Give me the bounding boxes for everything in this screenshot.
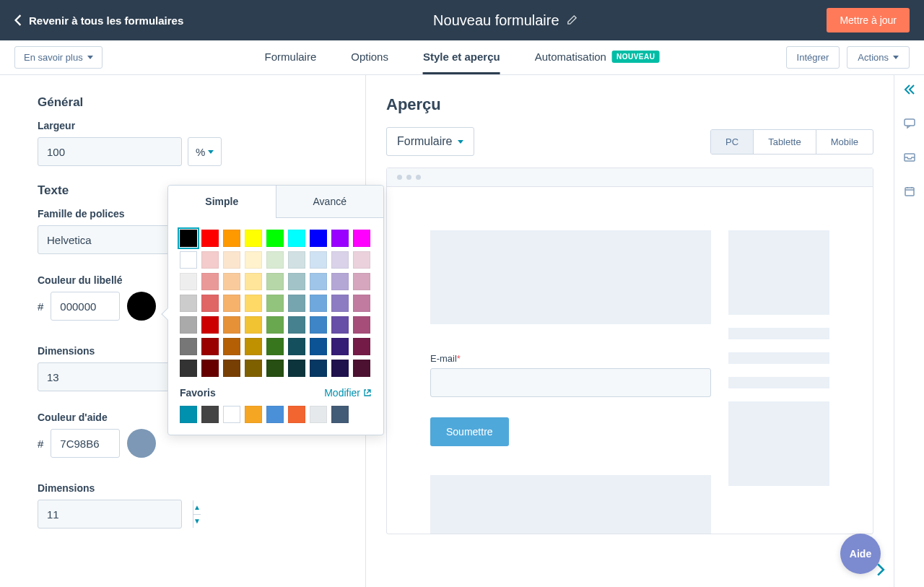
device-tablet[interactable]: Tablette <box>754 130 816 154</box>
color-swatch[interactable] <box>223 316 240 334</box>
chevron-right-icon[interactable] <box>876 563 885 578</box>
learn-more-button[interactable]: En savoir plus <box>14 46 103 69</box>
help-color-swatch[interactable] <box>127 429 156 458</box>
color-swatch[interactable] <box>310 230 327 247</box>
color-swatch[interactable] <box>201 316 219 334</box>
color-swatch[interactable] <box>353 338 370 355</box>
color-swatch[interactable] <box>331 360 349 377</box>
color-swatch[interactable] <box>201 295 219 312</box>
width-unit-select[interactable]: % <box>188 137 222 166</box>
color-swatch[interactable] <box>245 230 262 247</box>
favorite-swatch[interactable] <box>266 406 284 423</box>
device-pc[interactable]: PC <box>711 130 754 154</box>
color-swatch[interactable] <box>223 338 240 355</box>
color-swatch[interactable] <box>180 251 197 269</box>
modify-favorites-link[interactable]: Modifier <box>324 387 372 399</box>
submit-button[interactable]: Soumettre <box>430 417 509 446</box>
favorite-swatch[interactable] <box>180 406 197 423</box>
chat-icon[interactable] <box>904 118 915 131</box>
color-swatch[interactable] <box>288 295 305 312</box>
favorite-swatch[interactable] <box>245 406 262 423</box>
color-swatch[interactable] <box>223 251 240 269</box>
help-color-input[interactable] <box>51 429 120 458</box>
edit-title-icon[interactable] <box>567 12 578 29</box>
color-swatch[interactable] <box>245 338 262 355</box>
color-swatch[interactable] <box>180 295 197 312</box>
color-swatch[interactable] <box>266 316 284 334</box>
color-swatch[interactable] <box>288 230 305 247</box>
color-swatch[interactable] <box>266 251 284 269</box>
favorite-swatch[interactable] <box>310 406 327 423</box>
color-swatch[interactable] <box>245 316 262 334</box>
tab-form[interactable]: Formulaire <box>265 40 317 74</box>
color-swatch[interactable] <box>310 273 327 290</box>
color-swatch[interactable] <box>288 316 305 334</box>
color-swatch[interactable] <box>201 230 219 247</box>
favorite-swatch[interactable] <box>223 406 240 423</box>
label-color-input[interactable] <box>51 292 120 321</box>
help-button[interactable]: Aide <box>840 534 881 574</box>
dim2-step-down[interactable]: ▼ <box>193 515 201 529</box>
color-swatch[interactable] <box>180 360 197 377</box>
color-swatch[interactable] <box>245 295 262 312</box>
favorite-swatch[interactable] <box>288 406 305 423</box>
collapse-panel-icon[interactable] <box>904 84 915 97</box>
color-swatch[interactable] <box>266 360 284 377</box>
color-swatch[interactable] <box>245 360 262 377</box>
color-swatch[interactable] <box>180 273 197 290</box>
color-swatch[interactable] <box>201 251 219 269</box>
tab-automation[interactable]: Automatisation NOUVEAU <box>535 40 660 74</box>
color-swatch[interactable] <box>266 338 284 355</box>
color-swatch[interactable] <box>245 251 262 269</box>
color-swatch[interactable] <box>223 360 240 377</box>
preview-form-select[interactable]: Formulaire <box>386 127 474 156</box>
color-swatch[interactable] <box>310 360 327 377</box>
color-swatch[interactable] <box>288 360 305 377</box>
color-swatch[interactable] <box>288 338 305 355</box>
color-swatch[interactable] <box>266 295 284 312</box>
inbox-icon[interactable] <box>904 152 915 165</box>
popover-tab-simple[interactable]: Simple <box>168 186 276 218</box>
calendar-icon[interactable] <box>904 186 915 199</box>
color-swatch[interactable] <box>266 230 284 247</box>
email-input[interactable] <box>430 368 711 397</box>
dim2-step-up[interactable]: ▲ <box>193 500 201 515</box>
color-swatch[interactable] <box>310 251 327 269</box>
font-family-input[interactable] <box>38 225 182 254</box>
color-swatch[interactable] <box>201 360 219 377</box>
actions-button[interactable]: Actions <box>847 46 910 69</box>
favorite-swatch[interactable] <box>331 406 349 423</box>
color-swatch[interactable] <box>180 338 197 355</box>
color-swatch[interactable] <box>310 295 327 312</box>
color-swatch[interactable] <box>331 338 349 355</box>
tab-options[interactable]: Options <box>351 40 388 74</box>
color-swatch[interactable] <box>288 273 305 290</box>
update-button[interactable]: Mettre à jour <box>827 8 910 32</box>
color-swatch[interactable] <box>310 338 327 355</box>
color-swatch[interactable] <box>353 273 370 290</box>
color-swatch[interactable] <box>331 295 349 312</box>
color-swatch[interactable] <box>331 273 349 290</box>
color-swatch[interactable] <box>180 316 197 334</box>
color-swatch[interactable] <box>266 273 284 290</box>
favorite-swatch[interactable] <box>201 406 219 423</box>
back-link[interactable]: Revenir à tous les formulaires <box>14 14 183 27</box>
color-swatch[interactable] <box>223 230 240 247</box>
device-mobile[interactable]: Mobile <box>816 130 873 154</box>
width-input[interactable] <box>38 138 193 165</box>
color-swatch[interactable] <box>201 338 219 355</box>
color-swatch[interactable] <box>201 273 219 290</box>
color-swatch[interactable] <box>223 295 240 312</box>
color-swatch[interactable] <box>180 230 197 247</box>
color-swatch[interactable] <box>223 273 240 290</box>
color-swatch[interactable] <box>353 360 370 377</box>
color-swatch[interactable] <box>331 251 349 269</box>
color-swatch[interactable] <box>353 316 370 334</box>
label-color-swatch[interactable] <box>127 292 156 321</box>
color-swatch[interactable] <box>353 251 370 269</box>
color-swatch[interactable] <box>353 230 370 247</box>
tab-style[interactable]: Style et aperçu <box>423 40 500 74</box>
color-swatch[interactable] <box>331 230 349 247</box>
dimensions2-input[interactable] <box>38 500 193 528</box>
color-swatch[interactable] <box>353 295 370 312</box>
